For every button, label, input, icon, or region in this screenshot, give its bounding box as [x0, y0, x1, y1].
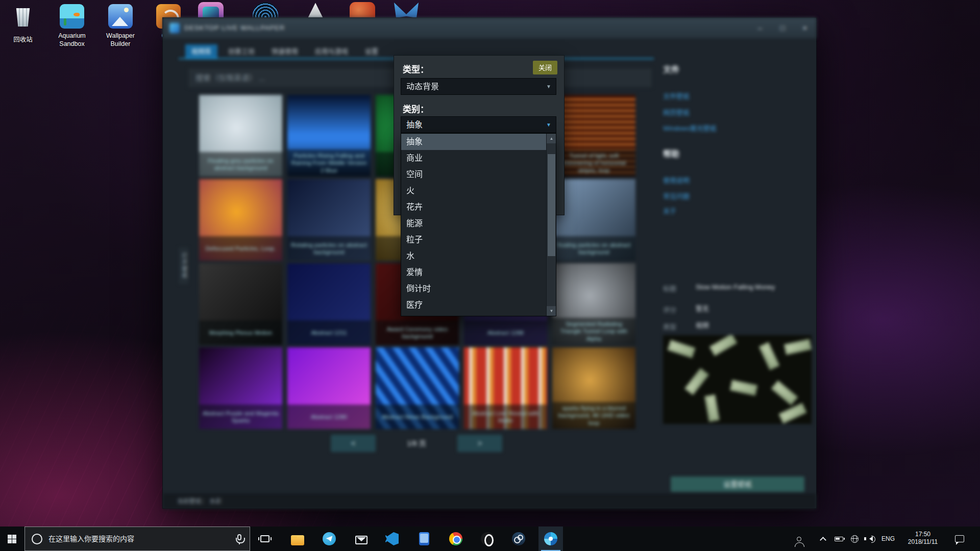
taskbar-app-mail[interactable] [349, 527, 374, 551]
wallpaper-tile[interactable]: Tunnel of light, soft shimmering of hori… [552, 95, 635, 177]
desktop-icon-wallpaper-builder[interactable]: Wallpaper Builder [96, 4, 145, 48]
wallpaper-tile[interactable]: sparks flying in a blurred background, 4… [552, 347, 635, 429]
taskbar-app-telegram[interactable] [317, 527, 341, 551]
rating-value: 暂无 [696, 305, 805, 313]
category-select[interactable]: 抽象 ▼ [401, 116, 556, 133]
category-option[interactable]: 空间 [401, 166, 556, 183]
category-option[interactable]: 粒子 [401, 232, 556, 248]
chevron-down-icon: ▼ [546, 79, 551, 94]
taskbar-app-chrome[interactable] [444, 527, 468, 551]
maximize-button[interactable]: □ [771, 18, 794, 38]
wallpaper-caption: Award Ceremony video background [376, 320, 459, 345]
type-label: 类型 [663, 321, 676, 331]
scrollbar-thumb[interactable] [548, 154, 555, 256]
about-link[interactable]: 关于 [663, 206, 676, 215]
people-tray-button[interactable] [792, 527, 806, 551]
wallpaper-tile[interactable]: Morphing Plexus Motion [199, 263, 282, 345]
network-tray-icon[interactable] [847, 527, 862, 551]
mail-icon [355, 536, 368, 544]
wallpaper-caption: Tunnel of light, soft shimmering of hori… [552, 149, 635, 177]
close-button[interactable]: × [794, 18, 816, 38]
category-option[interactable]: 火 [401, 183, 556, 199]
battery-icon [835, 537, 843, 541]
title-value: Slow Motion Falling Money [696, 283, 805, 292]
desktop-icon-recycle-bin[interactable]: 回收站 [0, 5, 47, 44]
desktop-icon-label: 回收站 [0, 36, 47, 44]
scroll-down-button[interactable]: ▼ [547, 306, 556, 316]
wallpaper-tile[interactable]: Defocused Particles, Loop. [199, 179, 282, 261]
tab-video-library[interactable]: 视频库 [185, 44, 217, 58]
open-wallpaper-side-tab[interactable]: 打开壁纸 [179, 247, 188, 284]
category-select-value: 抽象 [406, 120, 423, 129]
window-app-icon [169, 23, 180, 33]
task-view-icon [260, 535, 270, 542]
windows-spotlight-link[interactable]: Windows聚光壁纸 [663, 123, 717, 133]
scroll-up-button[interactable]: ▲ [547, 134, 556, 143]
current-wallpaper-status: 当前壁纸： 水彩 [163, 494, 816, 509]
category-option[interactable]: 爱情 [401, 264, 556, 281]
category-option[interactable]: 商业 [401, 150, 556, 166]
wallpaper-tile[interactable]: Particles Rising Falling and Raining Fro… [287, 95, 371, 177]
notification-icon [955, 535, 964, 542]
minimize-button[interactable]: – [749, 18, 771, 38]
wallpaper-tile[interactable]: Rotating particles on abstract backgroun… [287, 179, 371, 261]
wallpaper-tile[interactable]: Abstract 1280 [287, 347, 371, 429]
taskbar-app-file-explorer[interactable] [285, 527, 310, 551]
close-filter-button[interactable]: 关闭 [533, 61, 557, 74]
type-value: 视频 [696, 321, 805, 330]
taskbar-search-box[interactable]: 在这里输入你要搜索的内容 [24, 527, 250, 551]
help-section-heading: 帮助 [663, 147, 679, 159]
wallpaper-tile[interactable]: Abstract Purple and Magenta Sparks [199, 347, 282, 429]
wallpaper-tile[interactable]: Floating grey particles on abstract back… [199, 95, 282, 177]
web-wallpaper-link[interactable]: 网页壁纸 [663, 107, 690, 117]
taskbar-app-vscode[interactable] [380, 527, 404, 551]
wallpaper-caption: Abstract 1211 [287, 320, 371, 345]
microphone-icon[interactable] [237, 534, 241, 540]
next-page-button[interactable]: > [457, 435, 502, 452]
taskbar-app-phone[interactable] [412, 527, 436, 551]
taskbar-app-opera[interactable] [475, 527, 500, 551]
telegram-icon [323, 532, 336, 545]
category-option[interactable]: 科技 [401, 313, 556, 316]
battery-tray-icon[interactable] [831, 527, 846, 551]
desktop-icon-aquarium-sandbox[interactable]: Aquarium Sandbox [47, 4, 96, 48]
previous-page-button[interactable]: < [331, 435, 376, 452]
file-wallpaper-link[interactable]: 文件壁纸 [663, 91, 690, 101]
wallpaper-tile[interactable]: Abstract News Background [376, 347, 459, 429]
faq-link[interactable]: 常见问题 [663, 191, 690, 201]
wallpaper-tile[interactable]: Abstract Line Reveal with Matte [464, 347, 547, 429]
task-view-button[interactable] [253, 527, 277, 551]
page-indicator: 1/8 页 [386, 435, 447, 452]
taskbar-app-steam[interactable] [506, 527, 531, 551]
tab-apps-games[interactable]: 应用与游戏 [309, 44, 354, 58]
category-option[interactable]: 医疗 [401, 297, 556, 313]
taskbar-clock[interactable]: 17:50 2018/11/11 [897, 527, 948, 551]
category-option[interactable]: 水 [401, 248, 556, 264]
start-button[interactable] [0, 527, 24, 551]
category-option[interactable]: 能源 [401, 215, 556, 232]
wallpaper-tile[interactable]: Abstract 1211 [287, 263, 371, 345]
wallpaper-tile[interactable]: Segmented Radiating Triangle Tunnel Loop… [552, 263, 635, 345]
dropdown-scrollbar[interactable]: ▲ ▼ [546, 134, 556, 316]
tab-quick-use[interactable]: 快速使用 [265, 44, 304, 58]
type-select-value: 动态背景 [406, 82, 439, 91]
taskbar-app-wallpaper-engine[interactable] [538, 527, 563, 551]
language-indicator[interactable]: ENG [879, 527, 897, 551]
action-center-button[interactable] [952, 527, 967, 551]
wallpaper-caption: Abstract News Background [376, 405, 459, 429]
wallpaper-caption: Rotating particles on abstract backgroun… [287, 236, 371, 261]
wallpaper-tile[interactable]: floating particles on abstract backgroun… [552, 179, 635, 261]
category-dropdown-list: 抽象商业空间火花卉能源粒子水爱情倒计时医疗科技 ▲ ▼ [401, 133, 556, 316]
wallpaper-caption: Abstract 1280 [287, 405, 371, 429]
manual-link[interactable]: 使用说明 [663, 175, 690, 185]
type-select[interactable]: 动态背景 ▼ [401, 78, 556, 95]
recycle-bin-icon [11, 8, 35, 33]
tab-settings[interactable]: 设置 [359, 44, 384, 58]
category-option[interactable]: 倒计时 [401, 281, 556, 297]
volume-tray-icon[interactable] [863, 527, 877, 551]
category-option[interactable]: 抽象 [401, 134, 556, 150]
category-option[interactable]: 花卉 [401, 199, 556, 215]
tab-workshop[interactable]: 创意工坊 [222, 44, 261, 58]
tray-overflow-button[interactable] [816, 527, 830, 551]
set-wallpaper-button[interactable]: 设置壁纸 [671, 477, 804, 492]
